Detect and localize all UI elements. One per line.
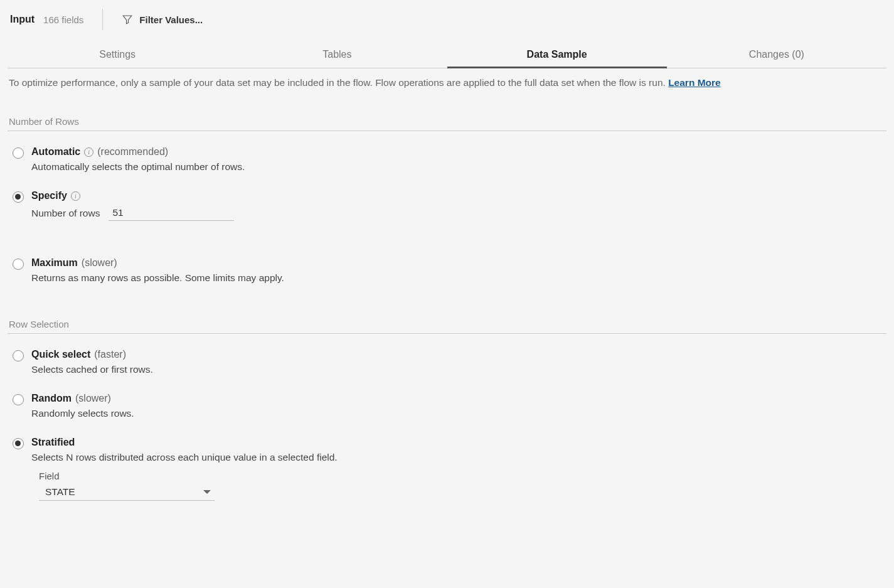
option-stratified-desc: Selects N rows distributed across each u… bbox=[31, 452, 881, 463]
option-random-title: Random bbox=[31, 393, 72, 404]
option-maximum-hint: (slower) bbox=[82, 257, 117, 269]
section-title-row-selection: Row Selection bbox=[9, 319, 885, 329]
fields-count: 166 fields bbox=[43, 14, 83, 25]
tab-data-sample[interactable]: Data Sample bbox=[447, 40, 667, 68]
tabs: Settings Tables Data Sample Changes (0) bbox=[8, 40, 886, 68]
option-automatic-desc: Automatically selects the optimal number… bbox=[31, 161, 881, 173]
option-automatic-title: Automatic bbox=[31, 146, 80, 158]
funnel-icon bbox=[122, 14, 133, 25]
section-title-number-of-rows: Number of Rows bbox=[9, 116, 885, 127]
option-random[interactable]: Random (slower) Randomly selects rows. bbox=[13, 393, 881, 419]
divider bbox=[8, 333, 886, 334]
filter-values-label: Filter Values... bbox=[139, 14, 203, 25]
info-text: To optimize performance, only a sample o… bbox=[9, 77, 666, 88]
radio-quick-select[interactable] bbox=[13, 350, 24, 361]
field-value: STATE bbox=[45, 486, 75, 498]
option-automatic[interactable]: Automatic i (recommended) Automatically … bbox=[13, 146, 881, 173]
option-quick-select[interactable]: Quick select (faster) Selects cached or … bbox=[13, 349, 881, 375]
radio-stratified[interactable] bbox=[13, 438, 24, 449]
radio-random[interactable] bbox=[13, 394, 24, 405]
info-text-bar: To optimize performance, only a sample o… bbox=[0, 68, 894, 94]
info-icon[interactable]: i bbox=[71, 191, 80, 201]
option-stratified[interactable]: Stratified Selects N rows distributed ac… bbox=[13, 437, 881, 501]
option-quick-title: Quick select bbox=[31, 349, 90, 360]
rows-label: Number of rows bbox=[31, 208, 100, 219]
divider bbox=[8, 131, 886, 131]
radio-maximum[interactable] bbox=[13, 259, 24, 270]
option-maximum-title: Maximum bbox=[31, 257, 78, 269]
radio-automatic[interactable] bbox=[13, 147, 24, 159]
info-icon[interactable]: i bbox=[84, 147, 93, 157]
top-bar: Input 166 fields Filter Values... bbox=[0, 0, 894, 40]
input-title: Input bbox=[10, 14, 35, 25]
chevron-down-icon bbox=[203, 490, 211, 494]
field-label: Field bbox=[39, 471, 881, 481]
option-random-desc: Randomly selects rows. bbox=[31, 408, 881, 419]
option-automatic-hint: (recommended) bbox=[97, 146, 168, 158]
learn-more-link[interactable]: Learn More bbox=[668, 77, 721, 88]
field-dropdown[interactable]: STATE bbox=[39, 484, 215, 501]
rows-input[interactable] bbox=[109, 205, 234, 221]
option-quick-hint: (faster) bbox=[94, 349, 126, 360]
option-maximum[interactable]: Maximum (slower) Returns as many rows as… bbox=[13, 257, 881, 284]
divider bbox=[102, 9, 103, 30]
option-random-hint: (slower) bbox=[75, 393, 111, 404]
option-specify[interactable]: Specify i Number of rows bbox=[13, 190, 881, 221]
tab-changes[interactable]: Changes (0) bbox=[667, 40, 886, 68]
radio-specify[interactable] bbox=[13, 191, 24, 203]
option-quick-desc: Selects cached or first rows. bbox=[31, 364, 881, 375]
option-specify-title: Specify bbox=[31, 190, 67, 201]
number-of-rows-options: Automatic i (recommended) Automatically … bbox=[0, 146, 894, 284]
option-maximum-desc: Returns as many rows as possible. Some l… bbox=[31, 272, 881, 284]
option-stratified-title: Stratified bbox=[31, 437, 75, 448]
tab-tables[interactable]: Tables bbox=[227, 40, 447, 68]
filter-values-button[interactable]: Filter Values... bbox=[122, 14, 203, 25]
row-selection-options: Quick select (faster) Selects cached or … bbox=[0, 349, 894, 501]
tab-settings[interactable]: Settings bbox=[8, 40, 227, 68]
